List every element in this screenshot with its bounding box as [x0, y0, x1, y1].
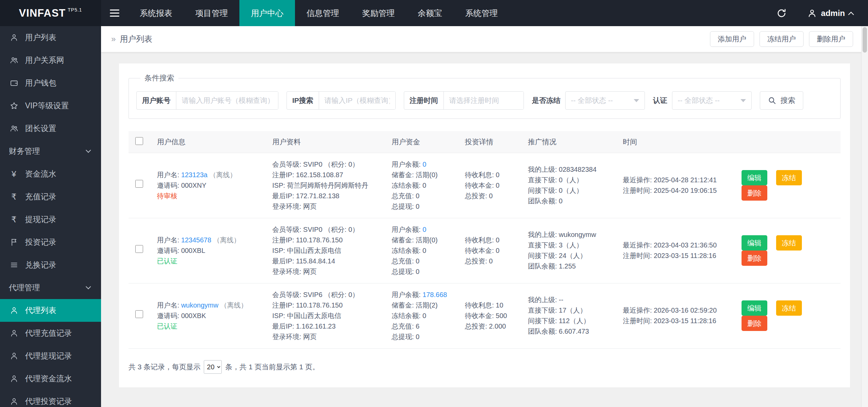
nav-item-reward-management[interactable]: 奖励管理 — [351, 0, 406, 26]
sidebar-group-finance-management[interactable]: 财务管理 — [0, 140, 101, 163]
app-logo[interactable]: VINFASTTP5.1 — [0, 0, 101, 26]
balance-value[interactable]: 0 — [422, 226, 426, 233]
funds-line: 总充值: 0 — [392, 191, 455, 201]
sidebar-item-agent-fund-flow[interactable]: 代理资金流水 — [0, 367, 101, 390]
invest-line: 待收利息: 0 — [465, 235, 518, 245]
select-all-checkbox[interactable] — [135, 137, 143, 145]
promo-line: 我的上级: wukongymw — [528, 229, 613, 240]
freeze-button[interactable]: 冻结 — [776, 300, 802, 316]
row-checkbox[interactable] — [135, 245, 143, 253]
nav-item-yuebao[interactable]: 余额宝 — [406, 0, 454, 26]
funds-line: 总充值: 6 — [392, 321, 455, 332]
delete-button[interactable]: 删除 — [742, 251, 767, 266]
invest-line: 总投资: 0 — [465, 191, 518, 201]
search-button[interactable]: 搜索 — [760, 91, 803, 110]
register-time-input[interactable] — [444, 92, 524, 109]
nav-item-system-report[interactable]: 系统报表 — [128, 0, 184, 26]
top-navigation: 系统报表 项目管理 用户中心 信息管理 奖励管理 余额宝 系统管理 — [128, 0, 509, 26]
freeze-user-button[interactable]: 冻结用户 — [760, 31, 804, 47]
time-line: 最近操作: 2023-04-03 21:36:50 — [623, 240, 732, 251]
invest-line: 待收利息: 10 — [465, 300, 518, 311]
username-link[interactable]: 123123a — [181, 171, 208, 179]
freeze-button[interactable]: 冻结 — [776, 170, 802, 185]
sidebar-group-agent-management[interactable]: 代理管理 — [0, 276, 101, 299]
freeze-button[interactable]: 冻结 — [776, 235, 802, 251]
funds-line: 储蓄金: 活期(0) — [392, 170, 455, 180]
column-header-user-info: 用户信息 — [152, 131, 268, 153]
content-card: 条件搜索 用户账号 IP搜索 注册时间 是否冻结 — [119, 63, 850, 387]
profile-line: ISP: 中国山西太原电信 — [272, 245, 382, 256]
sidebar-item-user-network[interactable]: 用户关系网 — [0, 49, 101, 72]
delete-button[interactable]: 删除 — [742, 316, 767, 331]
sidebar-item-vip-level-settings[interactable]: VIP等级设置 — [0, 94, 101, 117]
hamburger-menu-icon[interactable] — [101, 0, 128, 26]
promo-line: 直接下级: 0（人） — [528, 175, 613, 185]
sidebar-item-label: 财务管理 — [9, 146, 40, 156]
sidebar-item-recharge-records[interactable]: ₹ 充值记录 — [0, 185, 101, 208]
profile-line: 会员等级: SVIP6 （积分: 0） — [272, 290, 382, 300]
balance-value[interactable]: 0 — [422, 161, 426, 168]
sidebar-item-label: 用户钱包 — [25, 78, 56, 88]
sidebar-item-leader-settings[interactable]: 团长设置 — [0, 117, 101, 140]
online-status: （离线） — [220, 301, 248, 309]
sidebar-item-investment-records[interactable]: 投资记录 — [0, 231, 101, 254]
delete-button[interactable]: 删除 — [742, 185, 767, 201]
sidebar-item-label: 资金流水 — [25, 169, 56, 179]
freeze-status-select[interactable]: -- 全部状态 -- — [565, 91, 645, 110]
breadcrumb: » 用户列表 — [111, 34, 152, 44]
account-search-group: 用户账号 — [136, 91, 278, 110]
sidebar-item-agent-recharge-records[interactable]: 代理充值记录 — [0, 322, 101, 345]
nav-item-info-management[interactable]: 信息管理 — [295, 0, 351, 26]
sidebar-item-fund-flow[interactable]: ¥ 资金流水 — [0, 163, 101, 185]
row-checkbox[interactable] — [135, 180, 143, 188]
promo-line: 间接下级: 24（人） — [528, 251, 613, 261]
ip-input[interactable] — [319, 92, 395, 109]
invest-line: 待收本金: 0 — [465, 180, 518, 191]
per-page-select[interactable]: 20 — [204, 360, 222, 374]
sidebar-item-agent-list[interactable]: 代理列表 — [0, 299, 101, 322]
sidebar-item-user-list[interactable]: 用户列表 — [0, 26, 101, 49]
add-user-button[interactable]: 添加用户 — [710, 31, 754, 47]
sidebar-item-label: 用户列表 — [25, 32, 56, 43]
delete-user-button[interactable]: 删除用户 — [809, 31, 853, 47]
username-link[interactable]: 12345678 — [181, 236, 211, 244]
balance-value[interactable]: 178.668 — [422, 291, 447, 298]
chevron-down-icon — [86, 148, 91, 153]
sidebar-item-agent-investment-records[interactable]: 代理投资记录 — [0, 390, 101, 407]
time-line: 最近操作: 2025-04-28 21:12:41 — [623, 175, 732, 185]
nav-item-system-management[interactable]: 系统管理 — [454, 0, 509, 26]
invite-code: 000XBK — [181, 312, 206, 319]
refresh-icon[interactable] — [776, 8, 787, 19]
admin-username: admin — [821, 8, 845, 18]
sidebar-item-withdrawal-records[interactable]: ₹ 提现记录 — [0, 208, 101, 231]
account-input[interactable] — [176, 92, 278, 109]
search-button-label: 搜索 — [781, 95, 795, 106]
edit-button[interactable]: 编辑 — [742, 235, 767, 251]
sidebar-item-exchange-records[interactable]: 兑换记录 — [0, 254, 101, 276]
invest-line: 待收利息: 0 — [465, 170, 518, 180]
chevron-down-icon — [741, 99, 746, 102]
username-link[interactable]: wukongymw — [181, 301, 218, 309]
table-row: 用户名: wukongymw （离线） 邀请码: 000XBK 已认证 会员等级… — [129, 283, 841, 348]
row-checkbox[interactable] — [135, 310, 143, 318]
sidebar-item-label: 充值记录 — [25, 191, 56, 202]
register-time-label: 注册时间 — [404, 92, 444, 109]
auth-select[interactable]: -- 全部状态 -- — [672, 91, 752, 110]
sidebar-item-agent-withdrawal-records[interactable]: 代理提现记录 — [0, 345, 101, 367]
sidebar-item-label: 提现记录 — [25, 214, 56, 225]
balance-label: 用户余额: — [392, 161, 421, 168]
sidebar-item-user-wallet[interactable]: 用户钱包 — [0, 72, 101, 94]
promo-line: 团队余额: 1.255 — [528, 261, 613, 272]
sidebar-item-label: 代理充值记录 — [25, 328, 72, 338]
edit-button[interactable]: 编辑 — [742, 170, 767, 185]
scrollbar-thumb[interactable] — [863, 27, 867, 53]
edit-button[interactable]: 编辑 — [742, 300, 767, 316]
nav-item-user-center[interactable]: 用户中心 — [239, 0, 295, 26]
column-header-promotion: 推广情况 — [523, 131, 618, 153]
admin-user-menu[interactable]: admin — [807, 8, 853, 18]
scrollbar[interactable] — [861, 26, 868, 407]
people-icon — [9, 124, 19, 133]
pagination-suffix: 条，共 1 页当前显示第 1 页。 — [225, 362, 319, 372]
nav-item-project-management[interactable]: 项目管理 — [184, 0, 239, 26]
invest-line: 总投资: 2.000 — [465, 321, 518, 332]
